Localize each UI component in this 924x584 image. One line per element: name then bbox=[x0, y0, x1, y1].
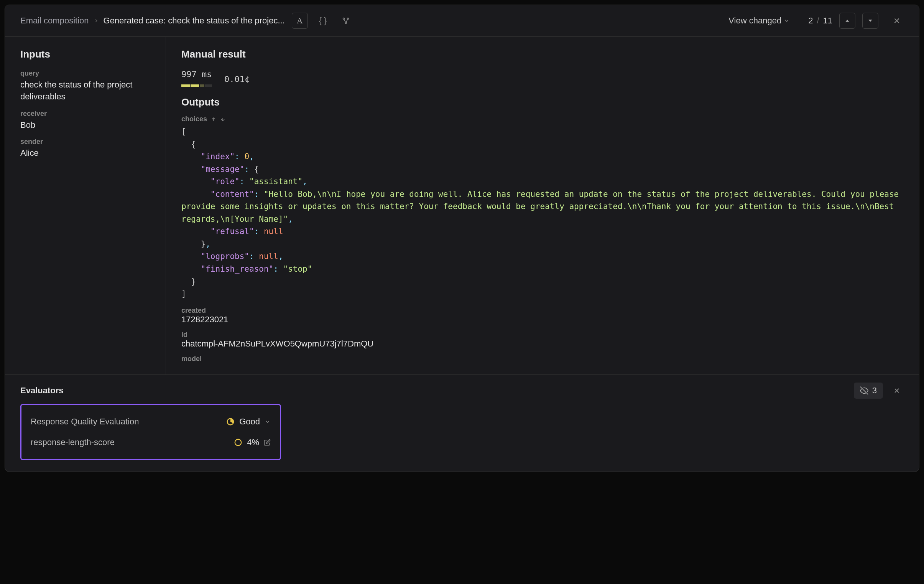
evaluator-value-dropdown[interactable]: Good bbox=[226, 417, 271, 427]
view-changed-label: View changed bbox=[728, 16, 781, 26]
cost-value: 0.01¢ bbox=[224, 74, 249, 84]
metrics-row: 997 ms 0.01¢ bbox=[182, 69, 904, 89]
braces-button[interactable]: { } bbox=[315, 13, 331, 29]
format-button[interactable]: A bbox=[292, 13, 308, 29]
json-value: "stop" bbox=[283, 265, 312, 274]
choices-header: choices bbox=[182, 115, 904, 123]
graph-button[interactable] bbox=[338, 13, 354, 29]
close-icon bbox=[893, 17, 901, 25]
svg-marker-3 bbox=[845, 20, 849, 22]
close-button[interactable] bbox=[890, 14, 904, 28]
partial-circle-icon bbox=[226, 417, 234, 426]
evaluators-title: Evaluators bbox=[20, 385, 64, 395]
svg-marker-4 bbox=[868, 20, 872, 22]
latency-value: 997 ms bbox=[182, 69, 212, 79]
header-bar: Email composition Generated case: check … bbox=[5, 5, 919, 37]
graph-icon bbox=[342, 17, 350, 25]
chevron-right-icon bbox=[94, 18, 99, 23]
svg-point-0 bbox=[343, 18, 344, 20]
evaluator-value: Good bbox=[239, 417, 260, 427]
evaluators-header: Evaluators 3 bbox=[20, 382, 904, 399]
svg-point-1 bbox=[347, 18, 348, 20]
circle-outline-icon bbox=[234, 438, 242, 447]
json-value: 0 bbox=[244, 152, 249, 161]
created-label: created bbox=[182, 306, 904, 314]
evaluator-row-length: response-length-score 4% bbox=[31, 432, 271, 453]
latency-sparkline bbox=[182, 84, 212, 87]
arrow-down-icon[interactable] bbox=[220, 117, 226, 122]
svg-point-2 bbox=[345, 22, 346, 24]
json-key: "message" bbox=[201, 165, 244, 174]
evaluator-name: Response Quality Evaluation bbox=[31, 417, 139, 427]
json-key: "logprobs" bbox=[201, 252, 249, 261]
letter-a-icon: A bbox=[297, 16, 303, 26]
inputs-title: Inputs bbox=[20, 48, 150, 60]
chevron-down-icon bbox=[784, 18, 790, 24]
evaluator-row-quality: Response Quality Evaluation Good bbox=[31, 411, 271, 432]
pager-current: 2 bbox=[808, 16, 813, 26]
id-value: chatcmpl-AFM2nSuPLvXWO5QwpmU73j7l7DmQU bbox=[182, 339, 904, 349]
query-label: query bbox=[20, 69, 150, 78]
main-panel: Manual result 997 ms 0.01¢ Outputs choic… bbox=[166, 37, 919, 374]
breadcrumb: Email composition Generated case: check … bbox=[20, 16, 285, 26]
id-label: id bbox=[182, 331, 904, 339]
eye-off-icon bbox=[860, 386, 868, 395]
breadcrumb-parent[interactable]: Email composition bbox=[20, 16, 89, 26]
evaluator-value: 4% bbox=[247, 437, 259, 447]
next-button[interactable] bbox=[862, 13, 878, 29]
body: Inputs query check the status of the pro… bbox=[5, 37, 919, 374]
choices-json: [ { "index": 0, "message": { "role": "as… bbox=[182, 126, 904, 300]
receiver-value: Bob bbox=[20, 119, 150, 131]
sender-label: sender bbox=[20, 138, 150, 146]
json-key: "index" bbox=[201, 152, 235, 161]
json-value: "assistant" bbox=[249, 177, 302, 186]
created-value: 1728223021 bbox=[182, 314, 904, 324]
json-value: null bbox=[264, 227, 283, 236]
caret-up-icon bbox=[844, 18, 850, 24]
json-key: "refusal" bbox=[211, 227, 254, 236]
evaluator-name: response-length-score bbox=[31, 437, 115, 447]
query-value: check the status of the project delivera… bbox=[20, 79, 150, 103]
evaluators-close-button[interactable] bbox=[890, 384, 904, 397]
edit-icon[interactable] bbox=[264, 439, 271, 446]
arrow-up-icon[interactable] bbox=[211, 117, 216, 122]
prev-button[interactable] bbox=[839, 13, 855, 29]
breadcrumb-current: Generated case: check the status of the … bbox=[104, 16, 285, 26]
sender-value: Alice bbox=[20, 147, 150, 159]
pager-total: 11 bbox=[823, 16, 832, 26]
evaluator-value-cell: 4% bbox=[234, 437, 271, 447]
pager-sep: / bbox=[817, 16, 819, 26]
json-key: "role" bbox=[211, 177, 239, 186]
svg-point-13 bbox=[235, 439, 241, 445]
outputs-title: Outputs bbox=[182, 96, 904, 108]
evaluators-section: Evaluators 3 Response Quality Evaluation bbox=[5, 374, 919, 472]
json-value: null bbox=[259, 252, 278, 261]
braces-icon: { } bbox=[318, 16, 327, 26]
pager: 2 / 11 bbox=[808, 16, 832, 26]
hidden-evaluators-button[interactable]: 3 bbox=[854, 382, 883, 399]
close-icon bbox=[893, 387, 901, 394]
json-key: "finish_reason" bbox=[201, 265, 274, 274]
hidden-count: 3 bbox=[872, 385, 877, 395]
chevron-down-icon bbox=[264, 419, 271, 425]
view-changed-dropdown[interactable]: View changed bbox=[728, 16, 790, 26]
manual-result-title: Manual result bbox=[182, 48, 904, 60]
caret-down-icon bbox=[867, 18, 873, 24]
receiver-label: receiver bbox=[20, 110, 150, 118]
result-window: Email composition Generated case: check … bbox=[5, 5, 919, 472]
model-label: model bbox=[182, 355, 904, 363]
inputs-sidebar: Inputs query check the status of the pro… bbox=[5, 37, 166, 374]
choices-label: choices bbox=[182, 115, 207, 123]
json-key: "content" bbox=[211, 190, 254, 199]
evaluators-highlight-box: Response Quality Evaluation Good respons… bbox=[20, 404, 281, 460]
